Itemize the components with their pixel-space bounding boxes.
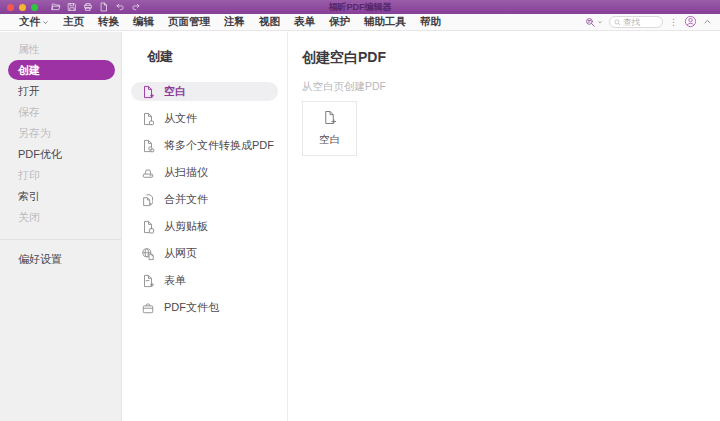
document-from-file-icon [141, 112, 155, 126]
create-item-form[interactable]: 表单 [131, 271, 278, 290]
chevron-down-icon [597, 19, 603, 25]
create-panel: 创建 空白 从文件 将多个文件转换成PDF 从扫描仪 [122, 32, 288, 421]
sidebar-item-properties: 属性 [0, 39, 121, 60]
menu-comment[interactable]: 注释 [217, 15, 252, 29]
detail-panel: 创建空白PDF 从空白页创建PDF 空白 [288, 32, 720, 421]
create-item-multiple-files[interactable]: 将多个文件转换成PDF [131, 136, 278, 155]
create-item-from-file[interactable]: 从文件 [131, 109, 278, 128]
blank-document-plus-icon [141, 85, 155, 99]
sidebar-item-preferences[interactable]: 偏好设置 [0, 249, 121, 270]
print-icon[interactable] [83, 2, 93, 12]
save-icon[interactable] [67, 2, 77, 12]
blank-pdf-card-label: 空白 [319, 133, 340, 147]
new-document-icon[interactable] [99, 2, 109, 12]
zoom-window-button[interactable] [31, 4, 38, 11]
pdf-portfolio-icon [141, 301, 155, 315]
collapse-toolbar-button[interactable] [703, 16, 712, 28]
menu-edit[interactable]: 编辑 [126, 15, 161, 29]
create-item-from-webpage[interactable]: 从网页 [131, 244, 278, 263]
sidebar-item-close: 关闭 [0, 207, 121, 228]
blank-pdf-card[interactable]: 空白 [302, 101, 357, 156]
create-item-pdf-portfolio[interactable]: PDF文件包 [131, 298, 278, 317]
search-input[interactable] [623, 17, 658, 27]
clipboard-icon [141, 220, 155, 234]
menu-convert[interactable]: 转换 [91, 15, 126, 29]
overflow-menu-button[interactable]: ⋮ [669, 18, 678, 27]
sidebar-item-index[interactable]: 索引 [0, 186, 121, 207]
menu-file[interactable]: 文件 [12, 15, 56, 29]
create-item-from-scanner[interactable]: 从扫描仪 [131, 163, 278, 182]
menu-accessibility[interactable]: 辅助工具 [357, 15, 413, 29]
create-method-list: 空白 从文件 将多个文件转换成PDF 从扫描仪 合并文件 [122, 82, 287, 317]
find-replace-button[interactable] [585, 17, 603, 28]
create-item-blank[interactable]: 空白 [131, 82, 278, 101]
sidebar-item-pdf-optimize[interactable]: PDF优化 [0, 144, 121, 165]
open-file-icon[interactable] [51, 2, 61, 12]
menu-view[interactable]: 视图 [252, 15, 287, 29]
menubar-right-cluster: ⋮ [585, 15, 712, 30]
multiple-files-to-pdf-icon [141, 139, 155, 153]
menu-home[interactable]: 主页 [56, 15, 91, 29]
chevron-down-icon [42, 19, 49, 26]
create-item-combine-files[interactable]: 合并文件 [131, 190, 278, 209]
combine-files-icon [141, 193, 155, 207]
menu-form[interactable]: 表单 [287, 15, 322, 29]
menu-protect[interactable]: 保护 [322, 15, 357, 29]
form-icon [141, 274, 155, 288]
blank-document-plus-icon [322, 110, 337, 125]
chevron-up-icon [703, 17, 712, 26]
menubar: 文件 主页 转换 编辑 页面管理 注释 视图 表单 保护 辅助工具 帮助 ⋮ [0, 14, 720, 31]
account-avatar-button[interactable] [684, 15, 697, 30]
user-avatar-icon [684, 15, 697, 28]
detail-panel-title: 创建空白PDF [302, 49, 720, 67]
sidebar-item-save: 保存 [0, 102, 121, 123]
webpage-icon [141, 247, 155, 261]
minimize-window-button[interactable] [19, 4, 26, 11]
create-item-from-clipboard[interactable]: 从剪贴板 [131, 217, 278, 236]
close-window-button[interactable] [7, 4, 14, 11]
sidebar-divider [0, 239, 121, 240]
create-panel-title: 创建 [122, 41, 287, 82]
search-field[interactable] [609, 16, 663, 28]
sidebar-item-open[interactable]: 打开 [0, 81, 121, 102]
redo-icon[interactable] [131, 2, 141, 12]
detail-panel-subtitle: 从空白页创建PDF [302, 80, 720, 94]
sidebar-item-print: 打印 [0, 165, 121, 186]
scanner-icon [141, 166, 155, 180]
undo-icon[interactable] [115, 2, 125, 12]
sidebar-item-save-as: 另存为 [0, 123, 121, 144]
titlebar: 福昕PDF编辑器 [0, 0, 720, 14]
sidebar: 属性 创建 打开 保存 另存为 PDF优化 打印 索引 关闭 偏好设置 [0, 32, 122, 421]
app-window: 福昕PDF编辑器 文件 主页 转换 编辑 页面管理 注释 视图 表单 保护 辅助… [0, 0, 720, 421]
sidebar-item-create[interactable]: 创建 [8, 60, 115, 80]
search-icon [614, 19, 621, 26]
menu-help[interactable]: 帮助 [413, 15, 448, 29]
backstage-view: 属性 创建 打开 保存 另存为 PDF优化 打印 索引 关闭 偏好设置 创建 空… [0, 32, 720, 421]
quick-toolbar [51, 2, 141, 12]
find-replace-icon [585, 17, 596, 28]
menu-page-management[interactable]: 页面管理 [161, 15, 217, 29]
